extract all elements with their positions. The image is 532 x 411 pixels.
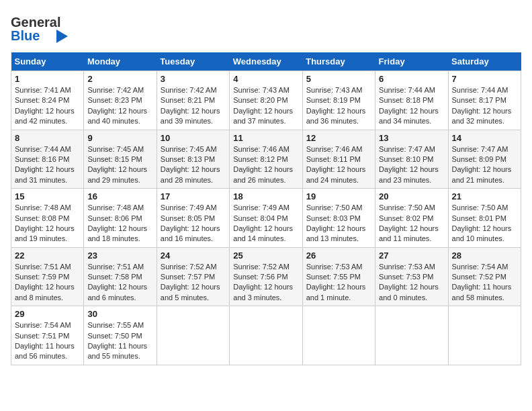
day-number: 3 [161,74,226,84]
daylight-text: Daylight: 12 hours and 21 minutes. [452,165,512,183]
day-number: 6 [379,74,444,84]
daylight-text: Daylight: 12 hours and 28 minutes. [161,165,220,183]
sunset-text: Sunset: 8:03 PM [306,214,361,222]
calendar-cell: 15Sunrise: 7:48 AMSunset: 8:08 PMDayligh… [11,189,84,248]
sunrise-text: Sunrise: 7:51 AM [87,263,144,271]
calendar-cell: 18Sunrise: 7:49 AMSunset: 8:04 PMDayligh… [230,189,302,248]
calendar-cell: 23Sunrise: 7:51 AMSunset: 7:58 PMDayligh… [84,247,157,306]
calendar-cell [448,306,521,365]
day-number: 1 [15,74,80,84]
calendar-cell: 8Sunrise: 7:44 AMSunset: 8:16 PMDaylight… [11,130,84,189]
calendar-week-3: 15Sunrise: 7:48 AMSunset: 8:08 PMDayligh… [11,189,521,248]
sunset-text: Sunset: 8:09 PM [452,155,506,163]
daylight-text: Daylight: 12 hours and 34 minutes. [379,107,439,125]
sunset-text: Sunset: 8:11 PM [306,155,361,163]
day-number: 26 [306,250,371,261]
day-header-thursday: Thursday [302,52,375,71]
daylight-text: Daylight: 12 hours and 0 minutes. [379,283,439,301]
svg-marker-2 [56,30,68,43]
calendar-cell: 17Sunrise: 7:49 AMSunset: 8:05 PMDayligh… [157,189,229,248]
sunrise-text: Sunrise: 7:44 AM [452,86,508,94]
header-row: SundayMondayTuesdayWednesdayThursdayFrid… [11,52,521,71]
calendar-cell: 25Sunrise: 7:52 AMSunset: 7:56 PMDayligh… [230,247,302,306]
day-number: 19 [306,191,371,201]
calendar-cell: 11Sunrise: 7:46 AMSunset: 8:12 PMDayligh… [230,130,302,189]
day-number: 24 [161,250,226,261]
sunset-text: Sunset: 7:50 PM [87,332,142,340]
daylight-text: Daylight: 12 hours and 37 minutes. [233,107,293,125]
calendar-week-5: 29Sunrise: 7:54 AMSunset: 7:51 PMDayligh… [11,306,521,365]
sunrise-text: Sunrise: 7:43 AM [306,86,363,94]
day-number: 28 [452,250,517,261]
sunset-text: Sunset: 7:59 PM [15,273,69,281]
sunset-text: Sunset: 8:05 PM [161,214,215,222]
sunset-text: Sunset: 8:10 PM [379,155,433,163]
sunset-text: Sunset: 8:24 PM [15,96,69,104]
svg-text:Blue: Blue [11,28,40,43]
sunset-text: Sunset: 8:08 PM [15,214,69,222]
calendar-cell: 21Sunrise: 7:50 AMSunset: 8:01 PMDayligh… [448,189,521,248]
sunrise-text: Sunrise: 7:50 AM [452,203,508,212]
day-number: 22 [15,250,80,261]
calendar-cell: 4Sunrise: 7:43 AMSunset: 8:20 PMDaylight… [230,71,302,130]
daylight-text: Daylight: 12 hours and 1 minute. [306,283,366,301]
sunrise-text: Sunrise: 7:46 AM [233,145,290,153]
day-number: 4 [233,74,298,84]
sunset-text: Sunset: 7:52 PM [452,273,506,281]
sunset-text: Sunset: 8:21 PM [161,96,215,104]
sunrise-text: Sunrise: 7:44 AM [15,145,71,153]
daylight-text: Daylight: 12 hours and 24 minutes. [306,165,366,183]
calendar-cell [230,306,302,365]
sunset-text: Sunset: 8:15 PM [87,155,142,163]
day-number: 27 [379,250,444,261]
day-header-sunday: Sunday [11,52,84,71]
calendar-cell: 5Sunrise: 7:43 AMSunset: 8:19 PMDaylight… [302,71,375,130]
daylight-text: Daylight: 12 hours and 39 minutes. [161,107,220,125]
sunset-text: Sunset: 7:55 PM [306,273,361,281]
day-number: 14 [452,133,517,143]
calendar-cell [302,306,375,365]
daylight-text: Daylight: 12 hours and 31 minutes. [15,165,75,183]
day-number: 7 [452,74,517,84]
calendar-cell [375,306,448,365]
calendar-cell: 27Sunrise: 7:53 AMSunset: 7:53 PMDayligh… [375,247,448,306]
sunset-text: Sunset: 8:23 PM [87,96,142,104]
day-number: 17 [161,191,226,201]
calendar-cell: 22Sunrise: 7:51 AMSunset: 7:59 PMDayligh… [11,247,84,306]
sunset-text: Sunset: 8:20 PM [233,96,287,104]
calendar-cell: 12Sunrise: 7:46 AMSunset: 8:11 PMDayligh… [302,130,375,189]
calendar-cell: 16Sunrise: 7:48 AMSunset: 8:06 PMDayligh… [84,189,157,248]
calendar-cell [157,306,229,365]
sunset-text: Sunset: 8:04 PM [233,214,287,222]
daylight-text: Daylight: 11 hours and 56 minutes. [15,342,75,360]
logo: General Blue [11,11,71,47]
day-number: 11 [233,133,298,143]
sunrise-text: Sunrise: 7:49 AM [233,203,290,212]
daylight-text: Daylight: 11 hours and 55 minutes. [87,342,147,360]
sunset-text: Sunset: 7:57 PM [161,273,215,281]
daylight-text: Daylight: 11 hours and 58 minutes. [452,283,512,301]
day-number: 18 [233,191,298,201]
daylight-text: Daylight: 12 hours and 10 minutes. [452,224,512,242]
sunset-text: Sunset: 8:18 PM [379,96,433,104]
sunrise-text: Sunrise: 7:51 AM [15,263,71,271]
day-number: 13 [379,133,444,143]
day-number: 2 [87,74,152,84]
calendar-cell: 9Sunrise: 7:45 AMSunset: 8:15 PMDaylight… [84,130,157,189]
daylight-text: Daylight: 12 hours and 18 minutes. [87,224,147,242]
sunset-text: Sunset: 8:01 PM [452,214,506,222]
sunrise-text: Sunrise: 7:44 AM [379,86,435,94]
calendar-table: SundayMondayTuesdayWednesdayThursdayFrid… [11,52,521,365]
day-number: 12 [306,133,371,143]
calendar-cell: 24Sunrise: 7:52 AMSunset: 7:57 PMDayligh… [157,247,229,306]
calendar-week-2: 8Sunrise: 7:44 AMSunset: 8:16 PMDaylight… [11,130,521,189]
daylight-text: Daylight: 12 hours and 8 minutes. [15,283,75,301]
calendar-week-4: 22Sunrise: 7:51 AMSunset: 7:59 PMDayligh… [11,247,521,306]
daylight-text: Daylight: 12 hours and 19 minutes. [15,224,75,242]
sunrise-text: Sunrise: 7:50 AM [306,203,363,212]
calendar-cell: 26Sunrise: 7:53 AMSunset: 7:55 PMDayligh… [302,247,375,306]
daylight-text: Daylight: 12 hours and 3 minutes. [233,283,293,301]
sunrise-text: Sunrise: 7:47 AM [379,145,435,153]
sunset-text: Sunset: 8:19 PM [306,96,361,104]
sunrise-text: Sunrise: 7:54 AM [15,321,71,329]
